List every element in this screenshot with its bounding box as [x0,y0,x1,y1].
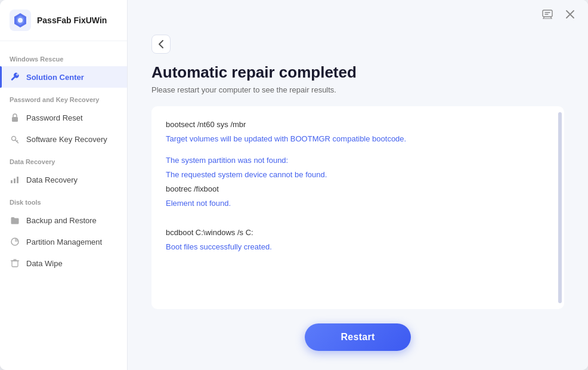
sidebar-item-password-reset[interactable]: Password Reset [0,107,127,128]
log-spacer-3 [166,219,550,226]
log-spacer-1 [166,147,550,154]
log-line-7: Element not found. [166,197,550,210]
log-line-1: bootsect /nt60 sys /mbr [166,118,550,131]
wrench-icon [10,72,20,82]
svg-rect-5 [14,178,16,183]
log-line-11: Boot files successfully created. [166,240,550,254]
sidebar-item-label-software-key-recovery: Software Key Recovery [26,135,107,144]
sidebar-item-label-data-wipe: Data Wipe [26,259,63,268]
feedback-icon [541,8,553,20]
restart-btn-wrapper: Restart [151,323,564,351]
nav-section-data-recovery: Data Recovery [0,150,127,169]
sidebar-item-label-partition-management: Partition Management [26,238,102,246]
page-subtitle: Please restart your computer to see the … [151,85,564,94]
sidebar-item-label-solution-center: Solution Center [26,73,84,82]
sidebar-item-solution-center[interactable]: Solution Center [0,66,127,88]
nav-section-windows-rescue: Windows Rescue [0,47,127,66]
sidebar-item-data-recovery[interactable]: Data Recovery [0,169,127,190]
app-title: PassFab FixUWin [37,16,107,26]
key-icon [10,134,20,144]
sidebar-header: PassFab FixUWin [0,0,127,41]
log-spacer-2 [166,212,550,219]
bar-chart-icon [10,174,20,185]
scrollbar [558,112,562,303]
svg-rect-9 [543,10,552,17]
content-area: Automatic repair completed Please restar… [128,29,588,370]
sidebar-item-label-password-reset: Password Reset [26,113,83,122]
sidebar: PassFab FixUWin Windows Rescue Solution … [0,0,128,370]
page-title: Automatic repair completed [151,63,564,82]
nav-section-password: Password and Key Recovery [0,88,127,107]
trash-icon [10,258,20,269]
svg-rect-6 [17,177,18,183]
log-line-10: bcdboot C:\windows /s C: [166,226,550,239]
sidebar-item-software-key-recovery[interactable]: Software Key Recovery [0,128,127,150]
restart-button[interactable]: Restart [305,323,410,351]
close-button[interactable] [562,6,578,23]
log-line-2: Target volumes will be updated with BOOT… [166,132,550,146]
sidebar-item-label-backup-restore: Backup and Restore [26,216,97,225]
sidebar-item-label-data-recovery: Data Recovery [26,175,78,184]
sidebar-navigation: Windows Rescue Solution Center Password … [0,41,127,370]
close-icon [566,10,574,18]
svg-rect-2 [12,117,18,122]
pie-chart-icon [10,236,20,247]
sidebar-item-partition-management[interactable]: Partition Management [0,231,127,252]
main-content: Automatic repair completed Please restar… [128,0,588,370]
log-line-6: bootrec /fixboot [166,183,550,196]
feedback-button[interactable] [539,6,556,23]
back-button[interactable] [151,35,171,54]
svg-rect-4 [11,180,13,183]
log-line-4: The system partition was not found: [166,154,550,167]
back-arrow-icon [158,39,164,49]
log-box: bootsect /nt60 sys /mbr Target volumes w… [151,106,564,309]
lock-icon [10,112,20,123]
svg-point-1 [18,18,23,23]
sidebar-item-backup-restore[interactable]: Backup and Restore [0,209,127,231]
folder-icon [10,215,20,226]
log-line-5: The requested system device cannot be fo… [166,168,550,181]
nav-section-disk-tools: Disk tools [0,190,127,209]
title-bar [128,0,588,29]
svg-rect-8 [12,261,18,267]
app-logo-icon [10,10,31,31]
sidebar-item-data-wipe[interactable]: Data Wipe [0,252,127,274]
